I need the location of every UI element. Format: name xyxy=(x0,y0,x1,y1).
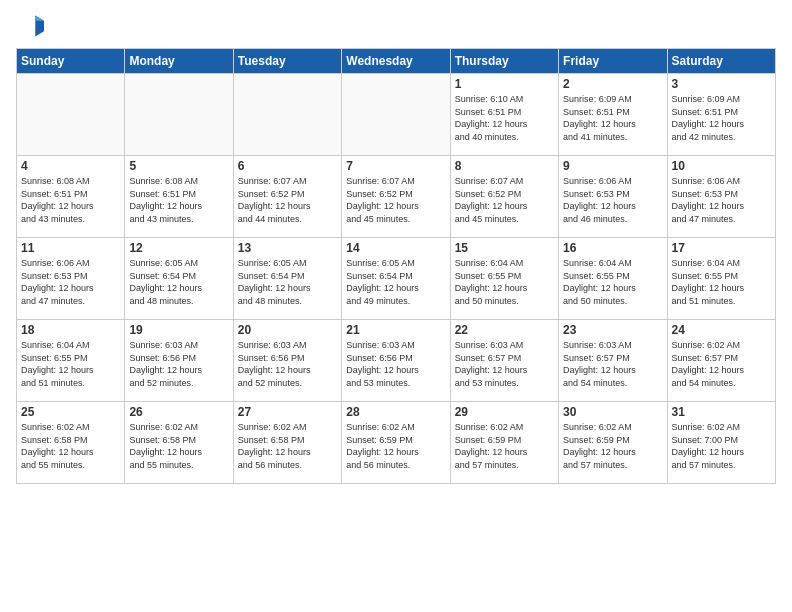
day-number: 23 xyxy=(563,323,662,337)
day-info: Sunrise: 6:05 AM Sunset: 6:54 PM Dayligh… xyxy=(346,257,445,307)
day-number: 2 xyxy=(563,77,662,91)
day-number: 14 xyxy=(346,241,445,255)
day-info: Sunrise: 6:03 AM Sunset: 6:56 PM Dayligh… xyxy=(238,339,337,389)
day-number: 28 xyxy=(346,405,445,419)
day-number: 8 xyxy=(455,159,554,173)
day-cell: 29Sunrise: 6:02 AM Sunset: 6:59 PM Dayli… xyxy=(450,402,558,484)
day-info: Sunrise: 6:03 AM Sunset: 6:56 PM Dayligh… xyxy=(346,339,445,389)
day-info: Sunrise: 6:09 AM Sunset: 6:51 PM Dayligh… xyxy=(563,93,662,143)
day-info: Sunrise: 6:03 AM Sunset: 6:57 PM Dayligh… xyxy=(455,339,554,389)
day-number: 24 xyxy=(672,323,771,337)
day-number: 6 xyxy=(238,159,337,173)
day-cell: 17Sunrise: 6:04 AM Sunset: 6:55 PM Dayli… xyxy=(667,238,775,320)
day-number: 29 xyxy=(455,405,554,419)
day-cell: 4Sunrise: 6:08 AM Sunset: 6:51 PM Daylig… xyxy=(17,156,125,238)
day-info: Sunrise: 6:07 AM Sunset: 6:52 PM Dayligh… xyxy=(455,175,554,225)
day-info: Sunrise: 6:09 AM Sunset: 6:51 PM Dayligh… xyxy=(672,93,771,143)
day-info: Sunrise: 6:07 AM Sunset: 6:52 PM Dayligh… xyxy=(238,175,337,225)
day-info: Sunrise: 6:04 AM Sunset: 6:55 PM Dayligh… xyxy=(563,257,662,307)
day-info: Sunrise: 6:04 AM Sunset: 6:55 PM Dayligh… xyxy=(455,257,554,307)
day-cell: 27Sunrise: 6:02 AM Sunset: 6:58 PM Dayli… xyxy=(233,402,341,484)
weekday-wednesday: Wednesday xyxy=(342,49,450,74)
day-info: Sunrise: 6:04 AM Sunset: 6:55 PM Dayligh… xyxy=(672,257,771,307)
day-cell: 5Sunrise: 6:08 AM Sunset: 6:51 PM Daylig… xyxy=(125,156,233,238)
day-info: Sunrise: 6:08 AM Sunset: 6:51 PM Dayligh… xyxy=(21,175,120,225)
day-number: 15 xyxy=(455,241,554,255)
svg-marker-1 xyxy=(35,16,44,21)
day-cell: 3Sunrise: 6:09 AM Sunset: 6:51 PM Daylig… xyxy=(667,74,775,156)
week-row-4: 25Sunrise: 6:02 AM Sunset: 6:58 PM Dayli… xyxy=(17,402,776,484)
day-number: 3 xyxy=(672,77,771,91)
day-cell: 21Sunrise: 6:03 AM Sunset: 6:56 PM Dayli… xyxy=(342,320,450,402)
day-info: Sunrise: 6:05 AM Sunset: 6:54 PM Dayligh… xyxy=(129,257,228,307)
logo xyxy=(16,12,48,40)
day-cell: 19Sunrise: 6:03 AM Sunset: 6:56 PM Dayli… xyxy=(125,320,233,402)
day-cell: 26Sunrise: 6:02 AM Sunset: 6:58 PM Dayli… xyxy=(125,402,233,484)
calendar-header: SundayMondayTuesdayWednesdayThursdayFrid… xyxy=(17,49,776,74)
day-cell xyxy=(125,74,233,156)
day-info: Sunrise: 6:06 AM Sunset: 6:53 PM Dayligh… xyxy=(21,257,120,307)
day-cell: 25Sunrise: 6:02 AM Sunset: 6:58 PM Dayli… xyxy=(17,402,125,484)
day-cell xyxy=(233,74,341,156)
day-number: 11 xyxy=(21,241,120,255)
day-number: 21 xyxy=(346,323,445,337)
day-info: Sunrise: 6:02 AM Sunset: 6:58 PM Dayligh… xyxy=(129,421,228,471)
day-cell: 24Sunrise: 6:02 AM Sunset: 6:57 PM Dayli… xyxy=(667,320,775,402)
day-number: 16 xyxy=(563,241,662,255)
day-number: 10 xyxy=(672,159,771,173)
day-info: Sunrise: 6:05 AM Sunset: 6:54 PM Dayligh… xyxy=(238,257,337,307)
header xyxy=(16,12,776,40)
day-cell xyxy=(17,74,125,156)
day-cell: 14Sunrise: 6:05 AM Sunset: 6:54 PM Dayli… xyxy=(342,238,450,320)
weekday-row: SundayMondayTuesdayWednesdayThursdayFrid… xyxy=(17,49,776,74)
week-row-3: 18Sunrise: 6:04 AM Sunset: 6:55 PM Dayli… xyxy=(17,320,776,402)
day-number: 4 xyxy=(21,159,120,173)
weekday-monday: Monday xyxy=(125,49,233,74)
day-info: Sunrise: 6:03 AM Sunset: 6:56 PM Dayligh… xyxy=(129,339,228,389)
day-info: Sunrise: 6:10 AM Sunset: 6:51 PM Dayligh… xyxy=(455,93,554,143)
day-cell: 9Sunrise: 6:06 AM Sunset: 6:53 PM Daylig… xyxy=(559,156,667,238)
day-number: 7 xyxy=(346,159,445,173)
day-number: 5 xyxy=(129,159,228,173)
day-info: Sunrise: 6:07 AM Sunset: 6:52 PM Dayligh… xyxy=(346,175,445,225)
day-info: Sunrise: 6:02 AM Sunset: 6:59 PM Dayligh… xyxy=(455,421,554,471)
day-info: Sunrise: 6:06 AM Sunset: 6:53 PM Dayligh… xyxy=(672,175,771,225)
day-info: Sunrise: 6:02 AM Sunset: 6:59 PM Dayligh… xyxy=(346,421,445,471)
day-info: Sunrise: 6:02 AM Sunset: 6:57 PM Dayligh… xyxy=(672,339,771,389)
day-number: 13 xyxy=(238,241,337,255)
day-cell: 20Sunrise: 6:03 AM Sunset: 6:56 PM Dayli… xyxy=(233,320,341,402)
day-cell: 11Sunrise: 6:06 AM Sunset: 6:53 PM Dayli… xyxy=(17,238,125,320)
day-cell: 15Sunrise: 6:04 AM Sunset: 6:55 PM Dayli… xyxy=(450,238,558,320)
day-cell: 22Sunrise: 6:03 AM Sunset: 6:57 PM Dayli… xyxy=(450,320,558,402)
weekday-thursday: Thursday xyxy=(450,49,558,74)
day-number: 17 xyxy=(672,241,771,255)
week-row-1: 4Sunrise: 6:08 AM Sunset: 6:51 PM Daylig… xyxy=(17,156,776,238)
weekday-sunday: Sunday xyxy=(17,49,125,74)
day-info: Sunrise: 6:08 AM Sunset: 6:51 PM Dayligh… xyxy=(129,175,228,225)
day-info: Sunrise: 6:04 AM Sunset: 6:55 PM Dayligh… xyxy=(21,339,120,389)
day-info: Sunrise: 6:02 AM Sunset: 6:58 PM Dayligh… xyxy=(21,421,120,471)
day-number: 18 xyxy=(21,323,120,337)
day-number: 12 xyxy=(129,241,228,255)
day-info: Sunrise: 6:06 AM Sunset: 6:53 PM Dayligh… xyxy=(563,175,662,225)
day-cell: 6Sunrise: 6:07 AM Sunset: 6:52 PM Daylig… xyxy=(233,156,341,238)
weekday-saturday: Saturday xyxy=(667,49,775,74)
page: SundayMondayTuesdayWednesdayThursdayFrid… xyxy=(0,0,792,612)
logo-icon xyxy=(16,12,44,40)
day-number: 27 xyxy=(238,405,337,419)
day-number: 25 xyxy=(21,405,120,419)
day-cell: 10Sunrise: 6:06 AM Sunset: 6:53 PM Dayli… xyxy=(667,156,775,238)
day-number: 31 xyxy=(672,405,771,419)
day-cell: 8Sunrise: 6:07 AM Sunset: 6:52 PM Daylig… xyxy=(450,156,558,238)
day-number: 20 xyxy=(238,323,337,337)
week-row-0: 1Sunrise: 6:10 AM Sunset: 6:51 PM Daylig… xyxy=(17,74,776,156)
day-cell: 13Sunrise: 6:05 AM Sunset: 6:54 PM Dayli… xyxy=(233,238,341,320)
day-number: 9 xyxy=(563,159,662,173)
day-cell: 1Sunrise: 6:10 AM Sunset: 6:51 PM Daylig… xyxy=(450,74,558,156)
day-number: 26 xyxy=(129,405,228,419)
day-cell: 31Sunrise: 6:02 AM Sunset: 7:00 PM Dayli… xyxy=(667,402,775,484)
week-row-2: 11Sunrise: 6:06 AM Sunset: 6:53 PM Dayli… xyxy=(17,238,776,320)
day-cell: 28Sunrise: 6:02 AM Sunset: 6:59 PM Dayli… xyxy=(342,402,450,484)
weekday-friday: Friday xyxy=(559,49,667,74)
day-info: Sunrise: 6:02 AM Sunset: 6:59 PM Dayligh… xyxy=(563,421,662,471)
